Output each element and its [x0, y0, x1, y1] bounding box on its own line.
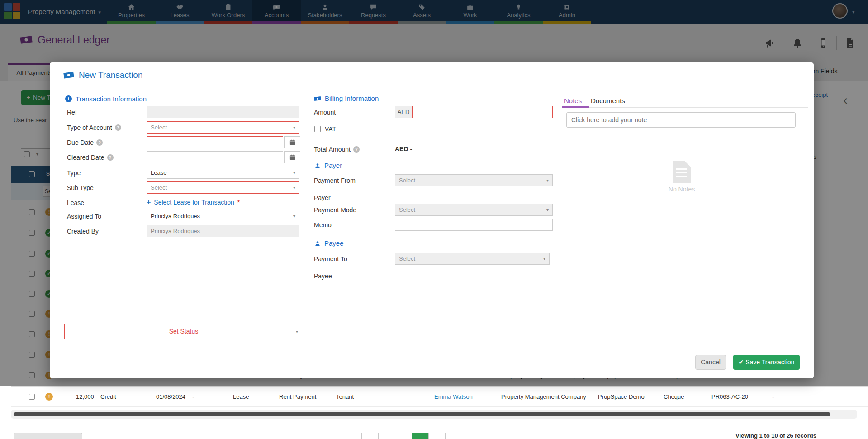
- cell-company: Property Management Company: [501, 393, 586, 400]
- cell-date: 01/08/2024: [156, 393, 185, 400]
- pagination: [362, 433, 479, 439]
- page-button[interactable]: [462, 433, 479, 439]
- page-button[interactable]: [361, 433, 379, 439]
- select-placeholder: Select: [151, 124, 167, 131]
- cleared-date-label: Cleared Date ?: [67, 151, 114, 163]
- section-transaction-information: i Transaction Information: [65, 95, 147, 103]
- cell-payer-link[interactable]: Emma Watson: [434, 393, 473, 400]
- page-button[interactable]: [378, 433, 395, 439]
- info-circle-icon: i: [65, 95, 72, 102]
- row-checkbox[interactable]: [29, 394, 35, 400]
- cleared-date-input[interactable]: [147, 151, 283, 163]
- select-placeholder: Select: [151, 184, 167, 191]
- banknote-icon: [314, 95, 321, 102]
- modal-title-text: New Transaction: [79, 70, 143, 80]
- empty-document-icon: [673, 161, 691, 183]
- page-button-active[interactable]: [412, 433, 429, 439]
- ref-input: [147, 106, 299, 118]
- vat-checkbox[interactable]: [314, 126, 321, 132]
- tab-border: [562, 107, 808, 108]
- memo-label: Memo: [314, 219, 332, 231]
- set-status-select[interactable]: Set Status ▾: [64, 324, 303, 339]
- cell-payment-mode: Cheque: [664, 393, 684, 400]
- section-title: Transaction Information: [76, 95, 147, 103]
- page-button[interactable]: [445, 433, 462, 439]
- total-amount-label: Total Amount ?: [314, 143, 360, 155]
- type-label: Type: [67, 167, 81, 179]
- cell-type: Lease: [233, 393, 249, 400]
- cell-entry-type: Credit: [100, 393, 116, 400]
- sub-type-label: Sub Type: [67, 181, 94, 194]
- vat-value: -: [396, 123, 398, 135]
- required-asterisk: *: [237, 199, 240, 206]
- cell-payer-type: Tenant: [336, 393, 354, 400]
- currency-prefix: AED: [395, 106, 412, 118]
- page-button[interactable]: [395, 433, 412, 439]
- payment-from-select: Select ▾: [395, 174, 553, 186]
- section-title: Payee: [324, 239, 344, 247]
- assigned-to-label: Assigned To: [67, 210, 101, 222]
- payment-mode-select: Select ▾: [395, 204, 553, 216]
- payer-label: Payer: [314, 191, 331, 204]
- person-icon: [314, 240, 321, 247]
- banknote-icon: [63, 70, 74, 81]
- due-date-label: Due Date ?: [67, 136, 103, 148]
- select-value: Princiya Rodrigues: [151, 213, 200, 220]
- save-button-label: Save Transaction: [745, 358, 794, 366]
- amount-input[interactable]: [412, 106, 553, 118]
- note-input[interactable]: [566, 112, 796, 128]
- help-circle-icon[interactable]: ?: [353, 146, 360, 153]
- table-row[interactable]: ! 12,000 Credit 01/08/2024 - Lease Rent …: [11, 386, 868, 407]
- app-root: { "colors": { "nav_bg": "#1d3c5c", "acce…: [0, 0, 868, 439]
- caret-down-icon: ▾: [543, 253, 545, 264]
- caret-down-icon: ▾: [296, 324, 298, 339]
- save-transaction-button[interactable]: ✔ Save Transaction: [733, 355, 800, 370]
- cell-sub-type: Rent Payment: [279, 393, 316, 400]
- calendar-icon[interactable]: [284, 151, 300, 163]
- cancel-button[interactable]: Cancel: [695, 355, 726, 370]
- select-placeholder: Select: [399, 255, 415, 262]
- payment-to-label: Payment To: [314, 253, 347, 265]
- section-title: Payer: [324, 162, 342, 169]
- select-value: Lease: [151, 169, 166, 176]
- ref-label: Ref: [67, 106, 77, 118]
- no-notes-placeholder: No Notes: [650, 186, 713, 193]
- created-by-input: [147, 225, 299, 237]
- select-lease-link[interactable]: + Select Lease for Transaction *: [147, 198, 240, 206]
- active-tab-underline: [562, 106, 589, 108]
- calendar-icon[interactable]: [284, 136, 300, 148]
- tab-notes[interactable]: Notes: [564, 97, 582, 105]
- set-status-label: Set Status: [169, 328, 199, 335]
- type-of-account-select[interactable]: Select ▾: [147, 121, 299, 134]
- modal-title: New Transaction: [63, 70, 143, 81]
- section-payee: Payee: [314, 239, 344, 247]
- section-payer: Payer: [314, 162, 342, 169]
- records-summary: Viewing 1 to 10 of 26 records: [735, 432, 816, 439]
- tab-documents[interactable]: Documents: [591, 97, 625, 105]
- payment-to-select: Select ▾: [395, 253, 550, 265]
- caret-down-icon: ▾: [293, 122, 295, 133]
- cell-dash: -: [192, 393, 194, 400]
- help-circle-icon[interactable]: ?: [115, 124, 121, 131]
- page-button[interactable]: [428, 433, 446, 439]
- footer-button[interactable]: [14, 433, 82, 439]
- assigned-to-select[interactable]: Princiya Rodrigues ▾: [147, 210, 299, 222]
- caret-down-icon: ▾: [293, 167, 295, 178]
- divider: [314, 139, 553, 139]
- type-of-account-label: Type of Account ?: [67, 121, 121, 134]
- help-circle-icon[interactable]: ?: [107, 154, 114, 161]
- payee-label: Payee: [314, 270, 332, 282]
- memo-input[interactable]: [395, 219, 553, 231]
- help-circle-icon[interactable]: ?: [96, 139, 103, 146]
- amount-label: Amount: [314, 106, 336, 118]
- horizontal-scrollbar-thumb[interactable]: [14, 412, 830, 416]
- person-icon: [314, 162, 321, 169]
- section-billing-information: Billing Information: [314, 95, 379, 102]
- sub-type-select[interactable]: Select ▾: [147, 181, 299, 194]
- caret-down-icon: ▾: [546, 204, 549, 215]
- vat-label: VAT: [325, 123, 336, 135]
- type-select[interactable]: Lease ▾: [147, 167, 299, 179]
- new-transaction-modal: New Transaction i Transaction Informatio…: [50, 62, 814, 378]
- total-amount-value: AED -: [395, 143, 412, 155]
- due-date-input[interactable]: [147, 136, 283, 148]
